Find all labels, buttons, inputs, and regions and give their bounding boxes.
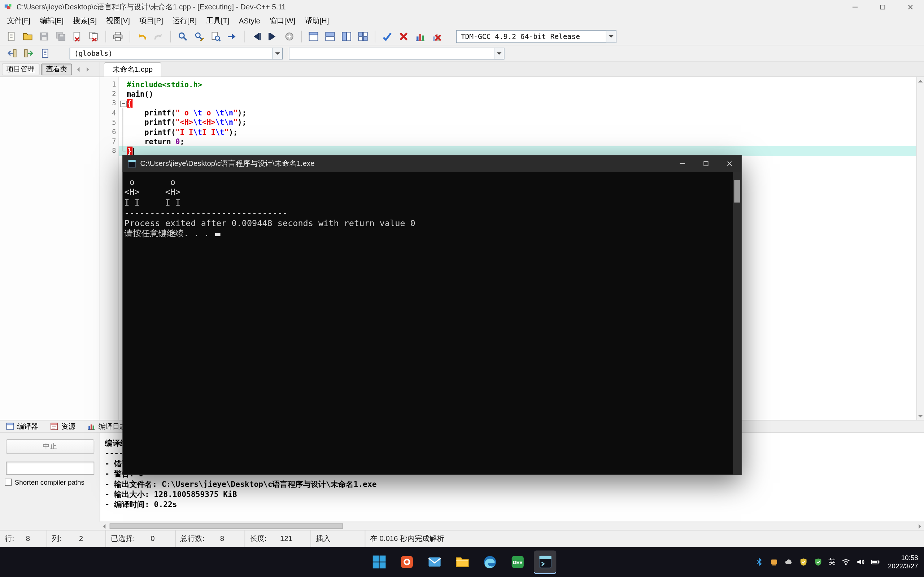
console-title-bar[interactable]: C:\Users\jieye\Desktop\c语言程序与设计\未命名1.exe xyxy=(123,155,741,172)
window-cascade-button[interactable] xyxy=(306,29,321,43)
delete-profiling-button[interactable] xyxy=(429,29,444,43)
find-button[interactable] xyxy=(175,29,190,43)
wifi-icon[interactable] xyxy=(842,558,850,566)
menu-item-4[interactable]: 项目[P] xyxy=(135,14,168,28)
menu-item-2[interactable]: 搜索[S] xyxy=(68,14,102,28)
editor-line-2[interactable]: 2main() xyxy=(100,89,916,98)
fold-marker xyxy=(119,127,127,137)
menu-item-6[interactable]: 工具[T] xyxy=(201,14,234,28)
dev-cpp-button[interactable]: DEV xyxy=(506,550,528,574)
horizontal-scrollbar[interactable] xyxy=(100,522,924,530)
scroll-down-icon[interactable] xyxy=(917,412,924,420)
editor-line-4[interactable]: 4 printf(" o \t o \t\n"); xyxy=(100,108,916,118)
battery-icon[interactable] xyxy=(871,558,880,566)
console-button[interactable] xyxy=(534,550,556,574)
members-select[interactable] xyxy=(289,47,505,59)
open-file-button[interactable] xyxy=(20,29,36,43)
goto-line-button[interactable] xyxy=(225,29,240,43)
window-tile-horizontal-button[interactable] xyxy=(322,29,338,43)
bluetooth-icon[interactable] xyxy=(755,558,763,566)
globals-select-value: (globals) xyxy=(74,49,113,57)
scroll-left-icon[interactable] xyxy=(100,522,109,530)
menu-item-0[interactable]: 文件[F] xyxy=(3,14,36,28)
class-browser-back-button[interactable] xyxy=(5,47,19,60)
abort-button[interactable]: 中止 xyxy=(6,439,94,454)
horizontal-scroll-thumb[interactable] xyxy=(110,523,343,529)
bottom-tab-1[interactable]: 资源 xyxy=(44,421,81,432)
close-all-button[interactable] xyxy=(86,29,101,43)
file-tab[interactable]: 未命名1.cpp xyxy=(103,62,162,76)
editor-line-6[interactable]: 6 printf("I I\tI I\t"); xyxy=(100,127,916,137)
edge-button[interactable] xyxy=(478,550,501,574)
ime-indicator[interactable]: 英 xyxy=(828,557,835,567)
editor-line-8[interactable]: 8} xyxy=(100,146,916,155)
close-button[interactable] xyxy=(896,0,924,14)
editor-vertical-scrollbar[interactable] xyxy=(916,77,924,420)
scroll-up-icon[interactable] xyxy=(917,77,924,85)
mail-button[interactable] xyxy=(423,550,446,574)
shorten-paths-checkbox[interactable] xyxy=(5,479,12,486)
antivirus-shield-icon[interactable] xyxy=(814,558,822,566)
goto-declaration-button[interactable] xyxy=(37,47,52,60)
console-maximize-button[interactable] xyxy=(694,155,717,172)
new-file-button[interactable] xyxy=(3,29,19,43)
console-scroll-thumb[interactable] xyxy=(734,180,740,203)
tab-project-manager[interactable]: 项目管理 xyxy=(2,63,39,76)
class-browser-forward-button[interactable] xyxy=(21,47,36,60)
left-panel-tabs: 项目管理 查看类 xyxy=(0,62,100,76)
window-arrange-button[interactable] xyxy=(355,29,370,43)
console-scrollbar[interactable] xyxy=(733,172,741,475)
maximize-button[interactable] xyxy=(869,0,897,14)
scroll-right-icon[interactable] xyxy=(916,522,924,530)
console-window[interactable]: C:\Users\jieye\Desktop\c语言程序与设计\未命名1.exe… xyxy=(123,155,741,475)
save-button[interactable] xyxy=(36,29,52,43)
abort-compilation-button[interactable] xyxy=(396,29,411,43)
tab-scroll-left-button[interactable] xyxy=(74,64,82,74)
close-file-button[interactable] xyxy=(69,29,85,43)
start-button[interactable] xyxy=(368,550,390,574)
window-tile-vertical-button[interactable] xyxy=(339,29,354,43)
project-browser-panel[interactable] xyxy=(0,77,100,420)
console-minimize-button[interactable] xyxy=(670,155,694,172)
menu-item-8[interactable]: 窗口[W] xyxy=(265,14,300,28)
replace-button[interactable] xyxy=(192,29,207,43)
find-in-files-button[interactable] xyxy=(208,29,223,43)
code-text: { xyxy=(127,99,132,108)
compiler-select[interactable]: TDM-GCC 4.9.2 64-bit Release xyxy=(456,29,617,43)
editor-line-7[interactable]: 7 return 0; xyxy=(100,137,916,146)
volume-icon[interactable] xyxy=(856,558,865,566)
tab-class-view[interactable]: 查看类 xyxy=(41,63,72,76)
undo-button[interactable] xyxy=(134,29,149,43)
globals-select[interactable]: (globals) xyxy=(69,47,283,59)
file-explorer-button[interactable] xyxy=(451,550,473,574)
console-close-button[interactable] xyxy=(718,155,741,172)
bottom-tab-0[interactable]: 编译器 xyxy=(0,421,44,432)
tray-device-icon[interactable] xyxy=(769,558,778,566)
clock-time: 10:58 xyxy=(888,554,918,562)
console-output[interactable]: o o<H> <H>I I I I-----------------------… xyxy=(123,172,733,475)
tab-scroll-right-button[interactable] xyxy=(84,64,92,74)
fold-marker[interactable] xyxy=(119,98,127,108)
menu-item-7[interactable]: AStyle xyxy=(234,15,265,27)
compile-button[interactable] xyxy=(249,29,264,43)
cloud-icon[interactable] xyxy=(784,558,793,566)
print-button[interactable] xyxy=(110,29,125,43)
run-button[interactable] xyxy=(265,29,281,43)
office-button[interactable] xyxy=(396,550,418,574)
save-all-button[interactable] xyxy=(53,29,68,43)
title-bar: C:\Users\jieye\Desktop\c语言程序与设计\未命名1.cpp… xyxy=(0,0,924,14)
menu-item-5[interactable]: 运行[R] xyxy=(168,14,201,28)
editor-line-3[interactable]: 3{ xyxy=(100,98,916,108)
debug-button[interactable] xyxy=(281,29,297,43)
profile-analysis-button[interactable] xyxy=(412,29,428,43)
menu-item-3[interactable]: 视图[V] xyxy=(102,14,135,28)
menu-item-1[interactable]: 编辑[E] xyxy=(35,14,68,28)
menu-item-9[interactable]: 帮助[H] xyxy=(300,14,333,28)
security-shield-icon[interactable] xyxy=(799,558,808,566)
redo-button[interactable] xyxy=(151,29,166,43)
taskbar-clock[interactable]: 10:58 2022/3/27 xyxy=(888,554,918,570)
editor-line-1[interactable]: 1#include<stdio.h> xyxy=(100,79,916,89)
editor-line-5[interactable]: 5 printf("<H>\t<H>\t\n"); xyxy=(100,118,916,127)
minimize-button[interactable] xyxy=(841,0,869,14)
syntax-check-button[interactable] xyxy=(380,29,394,43)
